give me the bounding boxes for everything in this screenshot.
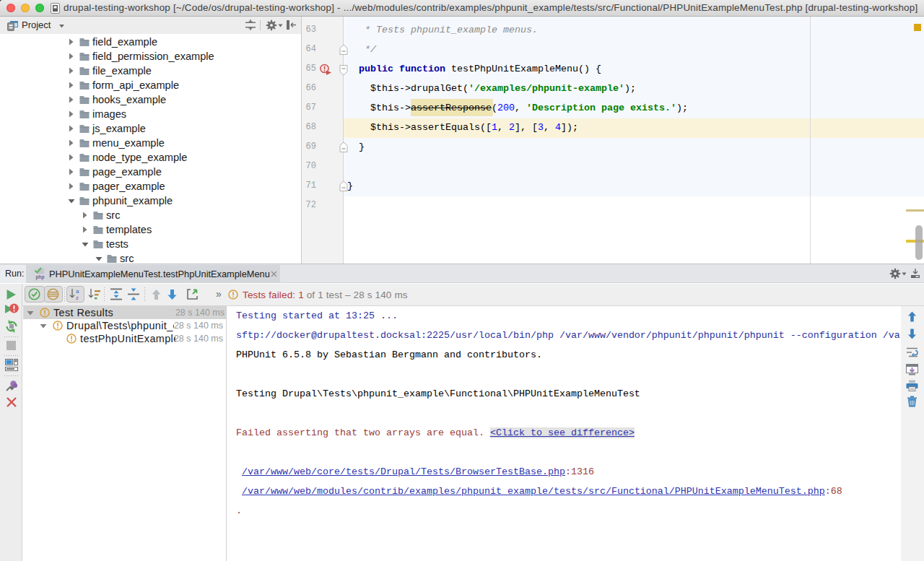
svg-text:a: a <box>76 288 79 295</box>
svg-text:php: php <box>36 274 45 280</box>
svg-text:z: z <box>76 295 79 300</box>
